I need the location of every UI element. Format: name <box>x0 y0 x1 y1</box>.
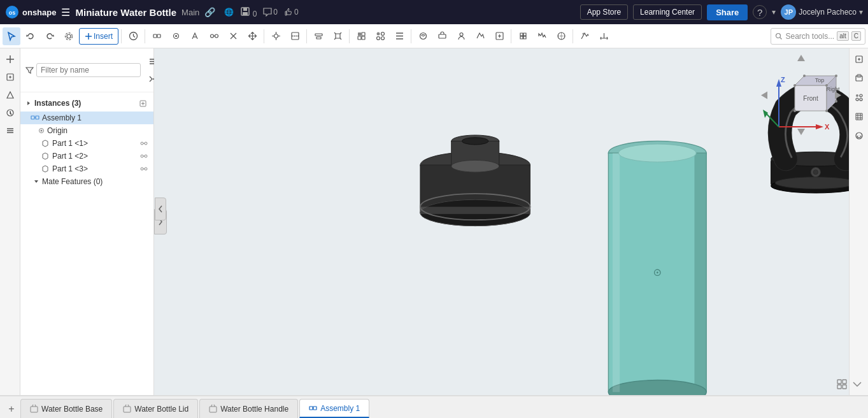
svg-point-11 <box>175 35 177 37</box>
sidebar-icon-3[interactable] <box>2 87 18 103</box>
svg-point-70 <box>813 169 818 175</box>
move-tool[interactable] <box>243 27 261 45</box>
mate-tool-4[interactable] <box>205 27 223 45</box>
filter-button[interactable] <box>25 61 34 79</box>
mate-features-item[interactable]: Mate Features (0) <box>20 175 153 188</box>
origin-label: Origin <box>47 126 68 135</box>
tool-11[interactable] <box>390 27 408 45</box>
right-icon-4[interactable] <box>851 108 867 125</box>
dimension-tool[interactable] <box>595 27 613 45</box>
add-tab-button[interactable]: + <box>3 400 20 418</box>
part-2-mate-icon <box>139 152 148 161</box>
assembly-item[interactable]: Assembly 1 <box>20 112 153 124</box>
globe-icon[interactable]: 🌐 <box>224 8 234 17</box>
view-cube[interactable]: Z X Front Right Top <box>760 54 843 138</box>
add-instance-button[interactable] <box>137 97 148 109</box>
hamburger-icon[interactable]: ☰ <box>61 6 70 18</box>
tool-9[interactable] <box>352 27 370 45</box>
user-area[interactable]: JP Jocelyn Pacheco ▾ <box>781 4 863 20</box>
tool-14[interactable] <box>452 27 470 45</box>
tool-18[interactable] <box>533 27 551 45</box>
svg-point-63 <box>657 271 658 273</box>
sidebar-icon-2[interactable] <box>2 69 18 85</box>
instances-header[interactable]: Instances (3) <box>20 95 153 112</box>
settings-button[interactable] <box>60 27 78 45</box>
mate-tool-3[interactable] <box>186 27 204 45</box>
tab-assembly-1[interactable]: Assembly 1 <box>299 399 369 418</box>
right-icon-3[interactable] <box>851 89 867 106</box>
svg-point-42 <box>145 142 147 145</box>
svg-point-82 <box>835 75 837 77</box>
tab-assembly-label: Assembly 1 <box>320 404 360 413</box>
tool-16[interactable] <box>490 27 508 45</box>
add-part-button[interactable] <box>2 51 18 68</box>
svg-point-67 <box>771 178 861 193</box>
tab-water-bottle-handle[interactable]: Water Bottle Handle <box>199 399 298 418</box>
mate-tool-1[interactable] <box>148 27 166 45</box>
z-axis-label: Z <box>781 76 785 83</box>
br-icon-1[interactable] <box>836 378 848 390</box>
chevron-down-icon: ▾ <box>772 8 776 17</box>
tool-15[interactable] <box>471 27 489 45</box>
tab-water-bottle-base[interactable]: Water Bottle Base <box>20 399 112 418</box>
learning-center-button[interactable]: Learning Center <box>633 4 702 20</box>
sidebar-icon-4[interactable] <box>2 104 18 121</box>
render-tool[interactable] <box>576 27 594 45</box>
logo[interactable]: os onshape <box>5 5 56 19</box>
svg-rect-94 <box>843 380 846 384</box>
svg-point-23 <box>381 32 384 36</box>
svg-rect-96 <box>843 385 846 389</box>
instances-expand-icon <box>25 100 32 106</box>
redo-button[interactable] <box>41 27 59 45</box>
right-icon-2[interactable] <box>851 70 867 87</box>
collapse-panel-button[interactable] <box>155 198 166 220</box>
br-icon-2[interactable] <box>851 378 863 390</box>
explode-tool[interactable] <box>267 27 285 45</box>
viewport[interactable]: Z X Front Right Top <box>154 48 868 395</box>
tool-13[interactable] <box>433 27 451 45</box>
part-item-1[interactable]: Part 1 <1> <box>20 137 153 150</box>
appstore-button[interactable]: App Store <box>580 4 628 20</box>
right-icon-5[interactable] <box>851 127 867 144</box>
share-button[interactable]: Share <box>707 4 748 20</box>
svg-point-41 <box>141 142 143 145</box>
cube-nav-up[interactable] <box>796 54 806 66</box>
right-icon-1[interactable] <box>851 51 867 68</box>
tool-12[interactable] <box>414 27 432 45</box>
svg-rect-18 <box>358 32 361 36</box>
like-indicator: 0 <box>284 8 299 17</box>
select-tool-button[interactable] <box>3 27 20 45</box>
clock-tool-button[interactable] <box>124 27 142 45</box>
tool-17[interactable] <box>514 27 532 45</box>
link-icon[interactable]: 🔗 <box>204 7 215 17</box>
tool-19[interactable] <box>552 27 570 45</box>
undo-button[interactable] <box>22 27 39 45</box>
section-tool[interactable] <box>286 27 304 45</box>
cube-nav-left[interactable] <box>760 90 770 102</box>
cube-nav-down[interactable] <box>796 126 806 138</box>
mate-tool-2[interactable] <box>167 27 185 45</box>
tab-water-bottle-lid[interactable]: Water Bottle Lid <box>113 399 198 418</box>
doc-branch: Main <box>181 8 199 17</box>
align-tool[interactable] <box>309 27 327 45</box>
svg-point-81 <box>803 75 806 77</box>
svg-point-44 <box>145 155 147 157</box>
mate-tool-5[interactable] <box>224 27 242 45</box>
tool-10[interactable] <box>371 27 389 45</box>
origin-item[interactable]: Origin <box>20 124 153 137</box>
search-tools[interactable]: Search tools... alt C <box>771 28 865 45</box>
transform-tool[interactable] <box>329 27 346 45</box>
sidebar-icon-5[interactable] <box>2 122 18 139</box>
filter-input[interactable] <box>36 63 141 77</box>
svg-marker-76 <box>763 110 768 118</box>
svg-rect-8 <box>153 34 157 38</box>
help-button[interactable]: ? <box>753 5 767 19</box>
part-item-2[interactable]: Part 1 <2> <box>20 150 153 162</box>
bottle-lid-3d <box>420 135 530 226</box>
cube-nav-right[interactable] <box>832 90 843 102</box>
svg-point-80 <box>793 110 796 112</box>
part-item-3[interactable]: Part 1 <3> <box>20 162 153 175</box>
insert-button[interactable]: Insert <box>79 28 118 45</box>
svg-point-25 <box>381 37 384 40</box>
svg-point-88 <box>860 94 862 97</box>
